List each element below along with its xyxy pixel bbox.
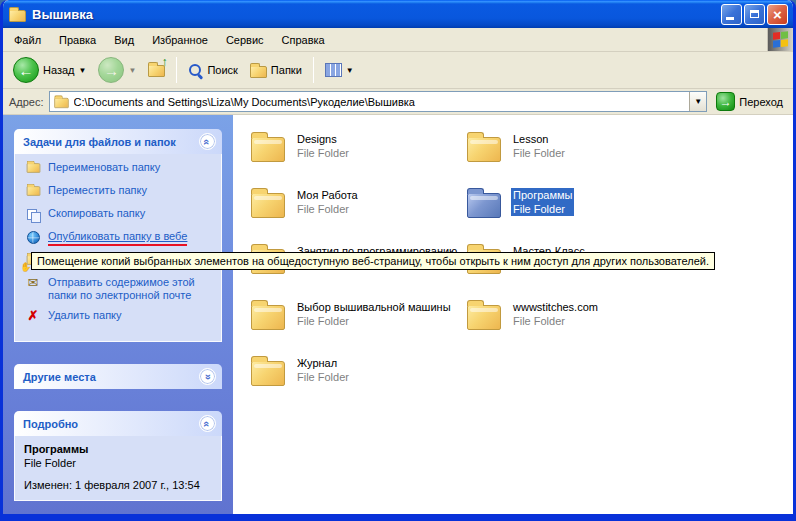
file-tile-vybor-mashiny[interactable]: Выбор вышивальной машиныFile Folder — [251, 297, 451, 353]
explorer-window: Вышивка Файл Правка Вид Избранное Сервис… — [0, 0, 796, 521]
chevron-up-icon[interactable] — [199, 133, 216, 150]
file-list-area: DesignsFile Folder LessonFile Folder Моя… — [233, 115, 793, 514]
forward-arrow-icon — [98, 57, 124, 83]
delete-icon — [24, 309, 42, 325]
views-button[interactable]: ▼ — [321, 61, 358, 79]
task-copy-folder[interactable]: Скопировать папку — [24, 207, 214, 223]
folder-icon — [251, 305, 285, 330]
menu-file[interactable]: Файл — [5, 30, 50, 50]
back-dropdown-icon[interactable]: ▼ — [79, 66, 87, 75]
task-rename-folder[interactable]: Переименовать папку — [24, 161, 214, 177]
task-delete-folder[interactable]: Удалить папку — [24, 309, 214, 325]
toolbar-separator — [313, 57, 314, 83]
menu-help[interactable]: Справка — [273, 30, 334, 50]
file-type: File Folder — [295, 314, 453, 328]
search-button[interactable]: Поиск — [184, 61, 241, 80]
menu-favorites[interactable]: Избранное — [143, 30, 217, 50]
details-file-type: File Folder — [24, 457, 214, 469]
toolbar-separator — [176, 57, 177, 83]
folders-button[interactable]: Папки — [246, 60, 306, 80]
task-label: Опубликовать папку в вебе — [48, 230, 187, 246]
address-dropdown-button[interactable]: ▼ — [689, 92, 706, 111]
details-modified-date: Изменен: 1 февраля 2007 г., 13:54 — [24, 479, 214, 491]
details-panel-title: Подробно — [23, 418, 78, 430]
task-label: Удалить папку — [48, 309, 122, 322]
address-combobox[interactable]: C:\Documents and Settings\Liza\My Docume… — [49, 91, 708, 112]
copy-icon — [24, 207, 42, 223]
menu-view[interactable]: Вид — [105, 30, 143, 50]
file-type: File Folder — [511, 314, 600, 328]
file-tile-designs[interactable]: DesignsFile Folder — [251, 129, 451, 185]
folders-icon — [250, 66, 267, 78]
views-icon — [325, 63, 342, 77]
file-name: Lesson — [511, 132, 567, 146]
file-tile-lesson[interactable]: LessonFile Folder — [467, 129, 667, 185]
file-tile-zhurnal[interactable]: ЖурналFile Folder — [251, 353, 451, 409]
details-panel-header[interactable]: Подробно — [14, 411, 222, 436]
go-button[interactable]: Переход — [712, 91, 787, 112]
file-type: File Folder — [511, 146, 567, 160]
folder-icon — [467, 137, 501, 162]
folder-icon — [251, 193, 285, 218]
address-bar: Адрес: C:\Documents and Settings\Liza\My… — [3, 89, 793, 115]
task-label: Скопировать папку — [48, 207, 145, 220]
file-name: Designs — [295, 132, 351, 146]
windows-logo-icon — [773, 31, 788, 48]
file-folder-tasks-panel: Задачи для файлов и папок Переименовать … — [14, 129, 222, 342]
file-name: Журнал — [295, 356, 351, 370]
other-places-title: Другие места — [23, 371, 96, 383]
menu-edit[interactable]: Правка — [50, 30, 105, 50]
search-icon — [188, 63, 203, 78]
forward-dropdown-icon: ▼ — [128, 66, 136, 75]
back-button[interactable]: Назад ▼ — [9, 55, 90, 85]
task-email-folder[interactable]: Отправить содержимое этой папки по элект… — [24, 276, 214, 302]
folders-label: Папки — [271, 64, 302, 76]
task-label: Переименовать папку — [48, 161, 160, 174]
tooltip: Помещение копий выбранных элементов на о… — [31, 252, 715, 270]
other-places-header[interactable]: Другие места — [14, 364, 222, 389]
maximize-button[interactable] — [744, 4, 765, 25]
minimize-icon — [726, 17, 734, 20]
file-type: File Folder — [295, 202, 360, 216]
maximize-icon — [750, 10, 759, 18]
chevron-up-icon[interactable] — [199, 415, 216, 432]
address-label: Адрес: — [9, 96, 44, 108]
publish-web-icon — [24, 230, 42, 246]
minimize-button[interactable] — [721, 4, 742, 25]
file-name: wwwstitches.com — [511, 300, 600, 314]
window-folder-icon — [9, 10, 26, 22]
file-type: File Folder — [295, 370, 351, 384]
file-type: File Folder — [295, 146, 351, 160]
folder-icon — [251, 137, 285, 162]
close-button[interactable] — [767, 4, 788, 25]
back-arrow-icon — [13, 57, 39, 83]
file-tile-wwwstitches[interactable]: wwwstitches.comFile Folder — [467, 297, 667, 353]
task-publish-folder-web[interactable]: Опубликовать папку в вебе — [24, 230, 214, 246]
file-name: Программы — [511, 188, 574, 202]
file-tile-programmy[interactable]: ПрограммыFile Folder — [467, 185, 667, 241]
rename-icon — [24, 161, 42, 177]
details-file-name: Программы — [24, 443, 214, 455]
chevron-down-icon[interactable] — [199, 368, 216, 385]
address-value[interactable]: C:\Documents and Settings\Liza\My Docume… — [74, 96, 686, 108]
toolbar: Назад ▼ ▼ ↑ Поиск Папки ▼ — [3, 52, 793, 89]
task-label: Переместить папку — [48, 184, 147, 197]
forward-button[interactable]: ▼ — [94, 55, 140, 85]
address-folder-icon — [54, 97, 68, 107]
up-button[interactable]: ↑ — [144, 59, 169, 81]
tasks-panel-body: Переименовать папку Переместить папку Ск… — [14, 154, 222, 342]
file-tile-moya-rabota[interactable]: Моя РаботаFile Folder — [251, 185, 451, 241]
tasks-panel-header[interactable]: Задачи для файлов и папок — [14, 129, 222, 154]
go-icon — [716, 92, 735, 111]
views-dropdown-icon[interactable]: ▼ — [346, 66, 354, 75]
file-name: Моя Работа — [295, 188, 360, 202]
go-label: Переход — [739, 96, 783, 108]
folder-icon — [467, 305, 501, 330]
task-move-folder[interactable]: Переместить папку — [24, 184, 214, 200]
email-icon — [24, 276, 42, 292]
menu-bar: Файл Правка Вид Избранное Сервис Справка — [3, 28, 793, 52]
move-icon — [24, 184, 42, 200]
menu-tools[interactable]: Сервис — [217, 30, 273, 50]
folder-up-icon: ↑ — [148, 61, 165, 79]
file-type: File Folder — [511, 202, 574, 216]
